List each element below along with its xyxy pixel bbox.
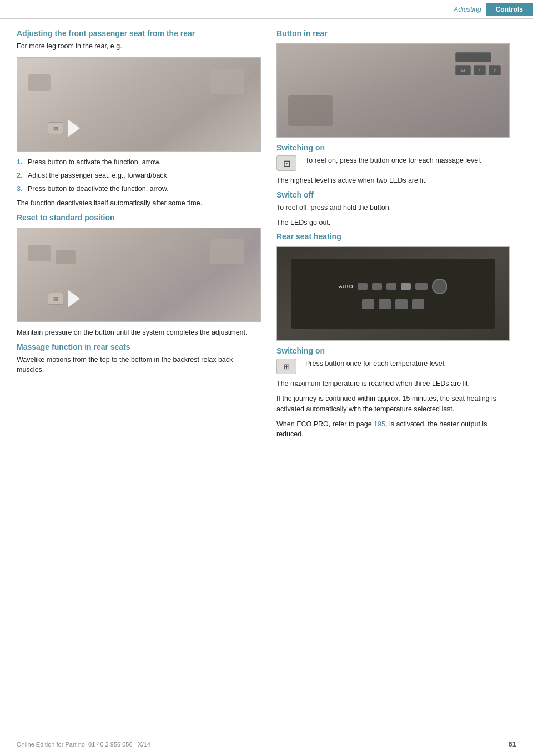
step-3: 3. Press button to deactivate the functi… <box>17 184 261 194</box>
section-reset-position: Reset to standard position ▤ Maintain pr… <box>17 213 261 338</box>
header-controls-label: Controls <box>486 3 533 16</box>
right-section2-title: Switching on <box>276 143 510 152</box>
section-switch-off: Switch off To reel off, press and hold t… <box>276 190 510 228</box>
right-section1-title: Button in rear <box>276 29 510 38</box>
switching-on-row: ⊡ To reel on, press the button once for … <box>276 155 510 171</box>
section3-text: Wavelike motions from the top to the bot… <box>17 355 261 376</box>
step-2: 2. Adjust the passenger seat, e.g., forw… <box>17 170 261 180</box>
step-1: 1. Press button to activate the function… <box>17 157 261 167</box>
footer-page-number: 61 <box>509 740 516 748</box>
section1-title: Adjusting the front passenger seat from … <box>17 29 261 38</box>
switching-on-info: The highest level is active when two LED… <box>276 175 510 186</box>
heating-info1: The maximum temperature is reached when … <box>276 379 510 389</box>
page-footer: Online Edition for Part no. 01 40 2 956 … <box>0 735 533 748</box>
main-content: Adjusting the front passenger seat from … <box>0 19 533 450</box>
heating-info3: When ECO PRO, refer to page 195, is acti… <box>276 419 510 440</box>
right-section3-title: Switch off <box>276 190 510 199</box>
section-rear-seat-heating: Rear seat heating AUTO <box>276 232 510 341</box>
seat-adjust-image-2: ▤ <box>17 228 261 322</box>
right-column: Button in rear M 1 2 Swi <box>276 29 510 444</box>
heating-icon: ⊞ <box>276 359 296 374</box>
page-195-link[interactable]: 195 <box>374 420 385 428</box>
section-button-in-rear: Button in rear M 1 2 <box>276 29 510 138</box>
steps-list: 1. Press button to activate the function… <box>17 157 261 194</box>
massage-icon: ⊡ <box>276 155 296 171</box>
left-column: Adjusting the front passenger seat from … <box>17 29 261 444</box>
footer-edition: Online Edition for Part no. 01 40 2 956 … <box>17 741 150 748</box>
seat-adjust-image-1: ▤ <box>17 57 261 152</box>
heating-info2: If the journey is continued within appro… <box>276 394 510 415</box>
switch-off-text1: To reel off, press and hold the button. <box>276 203 510 213</box>
header-adjusting-label: Adjusting <box>454 6 485 13</box>
section1-note: The function deactivates itself automati… <box>17 198 261 209</box>
page-header: Adjusting Controls <box>0 0 533 19</box>
switching-on-text: To reel on, press the button once for ea… <box>305 155 482 166</box>
heating-switching-text: Press button once for each temperature l… <box>305 359 446 369</box>
section2-text: Maintain pressure on the button until th… <box>17 327 261 338</box>
right-section5-title: Switching on <box>276 346 510 355</box>
section3-title: Massage function in rear seats <box>17 342 261 351</box>
switch-off-text2: The LEDs go out. <box>276 218 510 228</box>
section-switching-on-heating: Switching on ⊞ Press button once for eac… <box>276 346 510 440</box>
section-adjust-front-seat: Adjusting the front passenger seat from … <box>17 29 261 209</box>
right-section4-title: Rear seat heating <box>276 232 510 241</box>
section-switching-on-massage: Switching on ⊡ To reel on, press the but… <box>276 143 510 186</box>
heating-switching-on-row: ⊞ Press button once for each temperature… <box>276 359 510 374</box>
section2-title: Reset to standard position <box>17 213 261 222</box>
section-massage: Massage function in rear seats Wavelike … <box>17 342 261 376</box>
door-panel-image: M 1 2 <box>276 43 510 138</box>
section1-intro: For more leg room in the rear, e.g. <box>17 41 261 52</box>
climate-control-image: AUTO <box>276 246 510 341</box>
